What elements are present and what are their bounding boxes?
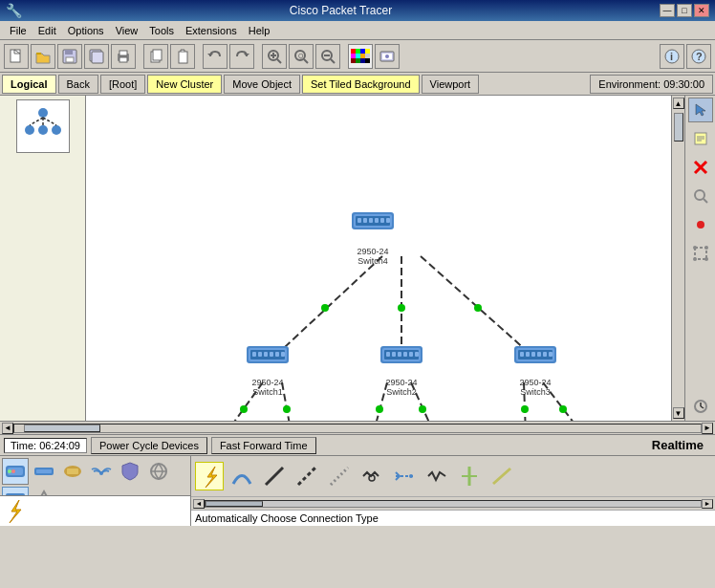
redo-button[interactable]: [229, 44, 254, 69]
connection-scrollbar[interactable]: ◄ ►: [191, 496, 715, 510]
select-tool-button[interactable]: [688, 98, 713, 122]
wan-category-icon[interactable]: [145, 458, 172, 485]
undo-button[interactable]: [203, 44, 228, 69]
clock-button[interactable]: [688, 394, 713, 419]
logical-workspace-icon[interactable]: [16, 99, 70, 153]
minimize-button[interactable]: —: [660, 4, 675, 17]
help-button[interactable]: ?: [686, 44, 711, 69]
connection-icons-row: [191, 456, 715, 496]
svg-point-177: [99, 471, 103, 475]
svg-rect-111: [537, 352, 541, 357]
svg-point-64: [398, 304, 405, 312]
svg-rect-79: [380, 218, 384, 223]
app-icon: 🔧: [6, 3, 22, 18]
serial-cable-icon[interactable]: [358, 462, 386, 490]
note-tool-button[interactable]: [688, 126, 713, 151]
zoom-actual-button[interactable]: Q: [289, 44, 314, 69]
fast-forward-button[interactable]: Fast Forward Time: [211, 437, 316, 454]
hscroll-left-arrow[interactable]: ◄: [2, 423, 13, 434]
menu-tools[interactable]: Tools: [143, 23, 180, 38]
switch-category-icon[interactable]: [31, 458, 57, 485]
new-cluster-button[interactable]: New Cluster: [147, 75, 222, 94]
hscroll-thumb[interactable]: [24, 425, 100, 432]
zoom-in-button[interactable]: [262, 44, 287, 69]
usb-cable-icon[interactable]: [455, 462, 484, 490]
svg-rect-38: [360, 58, 365, 63]
draw-polygon-button[interactable]: [688, 241, 713, 266]
copy-button[interactable]: [143, 44, 168, 69]
menu-extensions[interactable]: Extensions: [180, 23, 243, 38]
resize-tool-button[interactable]: [688, 212, 713, 237]
inspect-tool-button[interactable]: [688, 184, 713, 208]
print-button[interactable]: [111, 44, 136, 69]
open-button[interactable]: [31, 44, 55, 69]
straight-cable-icon[interactable]: [260, 462, 289, 490]
security-category-icon[interactable]: [117, 458, 143, 485]
custom-device-button[interactable]: [375, 44, 400, 69]
save-button[interactable]: [57, 44, 82, 69]
svg-rect-110: [531, 352, 535, 357]
zoom-out-button[interactable]: [315, 44, 340, 69]
save-copy-button[interactable]: [84, 44, 109, 69]
svg-point-171: [8, 469, 11, 473]
console-cable-icon[interactable]: [228, 462, 256, 490]
vscroll-down-arrow[interactable]: ▼: [673, 407, 684, 419]
svg-text:Switch1: Switch1: [252, 387, 283, 397]
fiber-cable-icon[interactable]: [488, 462, 516, 490]
maximize-button[interactable]: □: [677, 4, 692, 17]
svg-rect-75: [358, 218, 361, 223]
svg-point-164: [704, 257, 708, 261]
svg-rect-108: [520, 352, 524, 357]
root-button[interactable]: [Root]: [100, 75, 145, 94]
viewport-button[interactable]: Viewport: [422, 75, 480, 94]
menu-edit[interactable]: Edit: [32, 23, 62, 38]
close-button[interactable]: ✕: [694, 4, 709, 17]
conn-scroll-right[interactable]: ►: [702, 499, 713, 509]
move-object-button[interactable]: Move Object: [224, 75, 300, 94]
hscroll-track[interactable]: [13, 424, 702, 433]
vscroll-thumb[interactable]: [674, 113, 683, 142]
svg-text:i: i: [670, 51, 673, 62]
svg-rect-98: [392, 352, 396, 357]
info-button[interactable]: i: [660, 44, 684, 69]
svg-line-51: [30, 118, 43, 125]
crossover-cable-icon[interactable]: [292, 462, 321, 490]
hscroll-right-arrow[interactable]: ►: [702, 423, 713, 434]
svg-rect-4: [36, 53, 41, 54]
svg-rect-91: [281, 352, 285, 357]
vscroll-up-arrow[interactable]: ▲: [673, 98, 684, 109]
auto-connect-icon[interactable]: [195, 462, 224, 490]
wireless-category-icon[interactable]: [88, 458, 115, 485]
svg-point-163: [704, 246, 708, 250]
custom-category-icon[interactable]: [31, 487, 57, 495]
svg-rect-99: [398, 352, 401, 357]
menu-help[interactable]: Help: [243, 23, 276, 38]
conn-scroll-left[interactable]: ◄: [193, 499, 205, 509]
power-cycle-button[interactable]: Power Cycle Devices: [91, 437, 207, 454]
dce-cable-icon[interactable]: [390, 462, 419, 490]
menu-file[interactable]: File: [4, 23, 32, 38]
device-categories: [0, 456, 191, 526]
navbar: Logical Back [Root] New Cluster Move Obj…: [0, 73, 715, 96]
end-devices-category-icon[interactable]: [2, 487, 29, 495]
conn-scroll-track[interactable]: [205, 500, 702, 508]
back-button[interactable]: Back: [58, 75, 98, 94]
delete-tool-button[interactable]: [688, 155, 713, 180]
set-tiled-background-button[interactable]: Set Tiled Background: [302, 75, 420, 94]
vertical-scrollbar[interactable]: ▲ ▼: [671, 96, 684, 421]
svg-point-69: [419, 405, 426, 413]
svg-text:?: ?: [696, 51, 703, 62]
paste-button[interactable]: [170, 44, 195, 69]
menu-view[interactable]: View: [110, 23, 144, 38]
rollover-cable-icon[interactable]: [325, 462, 354, 490]
router-category-icon[interactable]: [2, 458, 29, 485]
hub-category-icon[interactable]: [59, 458, 86, 485]
window-controls: — □ ✕: [660, 4, 709, 17]
network-canvas[interactable]: 2950-24 Switch4 2950-24 Switch1: [86, 96, 671, 421]
palette-button[interactable]: [348, 44, 373, 69]
new-button[interactable]: [4, 44, 29, 69]
phone-cable-icon[interactable]: [422, 462, 451, 490]
horizontal-scrollbar[interactable]: ◄ ►: [0, 421, 715, 434]
menu-options[interactable]: Options: [62, 23, 110, 38]
conn-scroll-thumb[interactable]: [206, 501, 263, 507]
